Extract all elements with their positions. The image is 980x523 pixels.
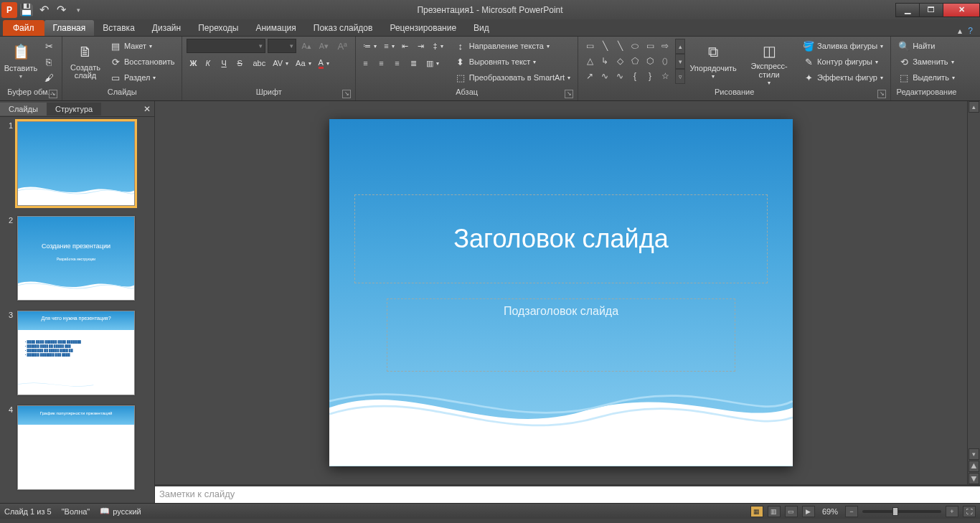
arrange-button[interactable]: ⧉ Упорядочить▾ [688,39,738,86]
gallery-up-icon[interactable]: ▴ [675,39,685,54]
dedent-button[interactable]: ⇤ [399,39,413,53]
font-color-button[interactable]: A▾ [316,56,332,70]
undo-icon[interactable]: ↶ [36,2,52,18]
help-icon[interactable]: ? [968,26,973,36]
tab-design[interactable]: Дизайн [143,20,189,36]
shadow-button[interactable]: abc [250,56,268,70]
tab-insert[interactable]: Вставка [94,20,143,36]
shape-outline-button[interactable]: ✎Контур фигуры▾ [800,55,886,69]
grow-font-button[interactable]: A▴ [298,39,314,53]
find-button[interactable]: 🔍Найти [895,39,958,53]
font-size-combo[interactable] [268,39,296,53]
shape-icon[interactable]: ⇨ [658,39,672,53]
gallery-more-icon[interactable]: ▿ [675,69,685,84]
sorter-view-button[interactable]: ▥ [768,506,781,517]
dialog-launcher-icon[interactable]: ↘ [49,90,57,98]
language-indicator[interactable]: 📖русский [100,506,141,516]
ribbon-minimize-icon[interactable]: ▴ [958,26,962,36]
reading-view-button[interactable]: ▭ [785,506,798,517]
shape-icon[interactable]: ⬠ [628,54,642,68]
tab-home[interactable]: Главная [44,20,95,36]
section-button[interactable]: ▭Раздел▾ [107,70,177,85]
shape-icon[interactable]: ⬯ [658,54,672,68]
minimize-button[interactable] [895,3,920,17]
shape-icon[interactable]: } [643,69,657,83]
select-button[interactable]: ⬚Выделить▾ [895,70,958,85]
italic-button[interactable]: К [202,56,217,70]
shape-icon[interactable]: ╲ [613,39,627,53]
linespacing-button[interactable]: ‡▾ [430,39,446,53]
shape-icon[interactable]: ⬡ [643,54,657,68]
justify-button[interactable]: ≣ [407,56,422,70]
close-button[interactable] [943,3,980,17]
paste-button[interactable]: 📋 Вставить ▾ [4,39,37,86]
slide-thumbnail[interactable] [17,121,135,206]
zoom-thumb[interactable] [892,507,898,516]
next-slide-icon[interactable]: ⯆ [969,473,979,484]
shape-fill-button[interactable]: 🪣Заливка фигуры▾ [800,39,886,53]
prev-slide-icon[interactable]: ⯅ [969,461,979,472]
title-placeholder[interactable]: Заголовок слайда [354,194,768,283]
align-right-button[interactable]: ≡ [392,56,406,70]
format-painter-button[interactable]: 🖌 [40,70,57,85]
normal-view-button[interactable]: ▦ [750,506,763,517]
slide-thumbnail[interactable]: Создание презентации Разработка инструкц… [17,216,135,301]
smartart-button[interactable]: ⬚Преобразовать в SmartArt▾ [452,70,573,85]
shape-icon[interactable]: ↳ [598,54,612,68]
fit-to-window-button[interactable]: ⛶ [963,506,976,517]
shape-icon[interactable]: ⬭ [628,39,642,53]
tab-transitions[interactable]: Переходы [189,20,247,36]
shape-icon[interactable]: { [628,69,642,83]
shape-icon[interactable]: ↗ [583,69,597,83]
tab-view[interactable]: Вид [465,20,498,36]
panel-close-icon[interactable]: ✕ [140,104,154,114]
zoom-in-button[interactable]: + [946,506,958,517]
app-icon[interactable]: P [1,2,17,18]
tab-slideshow[interactable]: Показ слайдов [305,20,382,36]
align-left-button[interactable]: ≡ [360,56,374,70]
tab-animation[interactable]: Анимация [247,20,304,36]
slide-canvas[interactable]: Заголовок слайда Подзаголовок слайда [155,101,967,484]
tab-review[interactable]: Рецензирование [381,20,465,36]
panel-tab-slides[interactable]: Слайды [0,103,47,116]
clear-format-button[interactable]: Aª [334,39,351,53]
font-name-combo[interactable] [187,39,265,53]
zoom-out-button[interactable]: − [845,506,858,517]
vertical-scrollbar[interactable]: ▴ ▾ ⯅ ⯆ [967,101,980,484]
shrink-font-button[interactable]: A▾ [316,39,331,53]
shape-effects-button[interactable]: ✦Эффекты фигур▾ [800,70,886,85]
columns-button[interactable]: ▥▾ [423,56,442,70]
slide-thumbnail[interactable]: График популярности презентаций [17,405,135,490]
scroll-up-icon[interactable]: ▴ [969,101,979,113]
indent-button[interactable]: ⇥ [415,39,429,53]
numbering-button[interactable]: ≡▾ [381,39,397,53]
shape-icon[interactable]: ∿ [598,69,612,83]
shape-icon[interactable]: ▭ [643,39,657,53]
zoom-level[interactable]: 69% [822,507,838,516]
dialog-launcher-icon[interactable]: ↘ [565,90,573,98]
qat-more-icon[interactable]: ▾ [70,2,86,18]
shape-icon[interactable]: △ [583,54,597,68]
subtitle-placeholder[interactable]: Подзаголовок слайда [387,298,735,372]
shape-icon[interactable]: ╲ [598,39,612,53]
dialog-launcher-icon[interactable]: ↘ [877,90,886,98]
align-text-button[interactable]: ⬍Выровнять текст▾ [452,55,573,69]
shape-icon[interactable]: ▭ [583,39,597,53]
align-center-button[interactable]: ≡ [376,56,390,70]
shapes-gallery[interactable]: ▭╲╲⬭▭⇨ △↳◇⬠⬡⬯ ↗∿∿{}☆ [583,39,672,83]
slide-thumbnail[interactable]: Для чего нужна презентация? ▪ ████ ████ … [17,311,135,395]
strike-button[interactable]: S [234,56,248,70]
shape-icon[interactable]: ☆ [658,69,672,83]
replace-button[interactable]: ⟲Заменить▾ [895,55,958,69]
bullets-button[interactable]: ≔▾ [360,39,380,53]
copy-button[interactable]: ⎘ [40,55,57,69]
underline-button[interactable]: Ч [218,56,232,70]
layout-button[interactable]: ▤Макет▾ [107,39,177,53]
case-button[interactable]: Aa▾ [293,56,314,70]
tab-file[interactable]: Файл [3,20,44,36]
shape-icon[interactable]: ◇ [613,54,627,68]
spacing-button[interactable]: AV▾ [270,56,291,70]
shape-icon[interactable]: ∿ [613,69,627,83]
dialog-launcher-icon[interactable]: ↘ [342,90,351,98]
gallery-down-icon[interactable]: ▾ [675,54,685,69]
